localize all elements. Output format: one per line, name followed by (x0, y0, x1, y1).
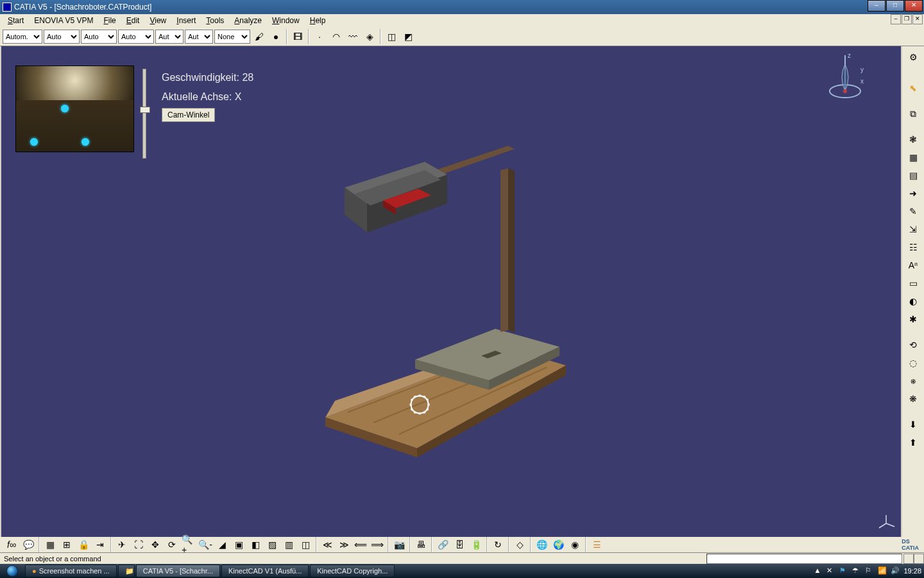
tool-icon-3[interactable]: ▦ (904, 149, 922, 166)
network-icon[interactable]: 📶 (878, 566, 887, 575)
multi-view-icon[interactable]: ▣ (231, 537, 246, 552)
link-icon[interactable]: 🔗 (435, 537, 450, 552)
tool-icon-14[interactable]: ◌ (904, 355, 922, 371)
combo-1[interactable]: Autom. (3, 30, 42, 44)
db-icon[interactable]: 🗄 (452, 537, 467, 552)
menu-start[interactable]: Start (3, 15, 29, 26)
fly-icon[interactable]: ✈ (114, 537, 130, 552)
cube-icon[interactable]: ◇ (512, 537, 527, 552)
list-icon[interactable]: ☰ (589, 537, 604, 552)
task-item[interactable]: KinectCAD Copyrigh... (310, 565, 395, 577)
arc-icon[interactable]: ◠ (329, 29, 344, 44)
menu-edit[interactable]: Edit (121, 15, 145, 26)
globe2-icon[interactable]: 🌍 (551, 537, 566, 552)
tool-icon-5[interactable]: ➜ (904, 185, 922, 202)
tool-icon-6[interactable]: ✎ (904, 203, 922, 220)
menu-insert[interactable]: Insert (171, 15, 201, 26)
view-compass[interactable]: z y x (827, 51, 866, 96)
axis-icon[interactable] (877, 514, 896, 533)
fit-icon[interactable]: ⛶ (131, 537, 146, 552)
tool-icon-8[interactable]: ☷ (904, 239, 922, 256)
mdi-minimize-button[interactable]: – (891, 14, 901, 24)
wire-icon[interactable]: ▥ (281, 537, 296, 552)
status-btn-2[interactable] (914, 554, 924, 564)
speech-icon[interactable]: 💬 (21, 537, 36, 552)
print-icon[interactable]: 🖶 (413, 537, 429, 552)
menu-window[interactable]: Window (267, 15, 305, 26)
tool-icon-15[interactable]: ⎈ (904, 372, 922, 389)
diamond-icon[interactable]: ◈ (362, 29, 377, 44)
cube2-icon[interactable]: ◩ (400, 29, 416, 44)
nav4-icon[interactable]: ⟹ (370, 537, 385, 552)
tool-icon-1[interactable]: ⧉ (904, 105, 922, 122)
cube1-icon[interactable]: ◫ (384, 29, 399, 44)
combo-7[interactable]: None (214, 30, 250, 44)
globe3-icon[interactable]: ◉ (567, 537, 583, 552)
shade-icon[interactable]: ▨ (264, 537, 280, 552)
combo-3[interactable]: Auto (81, 30, 117, 44)
menu-tools[interactable]: Tools (201, 15, 229, 26)
zoom-out-icon[interactable]: 🔍- (198, 537, 213, 552)
combo-4[interactable]: Auto (118, 30, 154, 44)
task-item-explorer[interactable]: 📁 (118, 565, 135, 577)
globe1-icon[interactable]: 🌐 (534, 537, 549, 552)
clock[interactable]: 19:28 (903, 567, 921, 575)
tray-icon[interactable]: ▲ (814, 566, 823, 575)
refresh-icon[interactable]: ↻ (490, 537, 506, 552)
task-item[interactable]: KinectCAD V1 (Ausfü... (221, 565, 309, 577)
grid-icon[interactable]: ▦ (42, 537, 58, 552)
battery-icon[interactable]: 🔋 (468, 537, 484, 552)
menu-analyze[interactable]: Analyze (229, 15, 267, 26)
tool-icon-10[interactable]: ▭ (904, 275, 922, 292)
menu-enovia[interactable]: ENOVIA V5 VPM (29, 15, 98, 26)
tree-icon[interactable]: ⊞ (59, 537, 74, 552)
nav3-icon[interactable]: ⟸ (353, 537, 368, 552)
hlr-icon[interactable]: ◫ (298, 537, 313, 552)
menu-view[interactable]: View (144, 15, 171, 26)
command-input[interactable] (706, 554, 902, 564)
viewport-3d[interactable]: Geschwindigkeit: 28 Aktuelle Achse: X Ca… (1, 46, 901, 538)
tray-icon[interactable]: ☂ (852, 566, 861, 575)
volume-icon[interactable]: 🔊 (891, 566, 900, 575)
align-icon[interactable]: ⇥ (92, 537, 108, 552)
tool-icon-12[interactable]: ✱ (904, 311, 922, 328)
window-minimize-button[interactable]: – (868, 0, 886, 12)
lock-icon[interactable]: 🔒 (76, 537, 91, 552)
tool-icon-17[interactable]: ⬇ (904, 416, 922, 433)
nav1-icon[interactable]: ≪ (320, 537, 335, 552)
start-button[interactable] (0, 564, 24, 578)
brush-icon[interactable]: 🖌 (252, 29, 267, 44)
tray-icon[interactable]: ✕ (826, 566, 835, 575)
combo-2[interactable]: Auto (44, 30, 80, 44)
tool-icon-16[interactable]: ❋ (904, 390, 922, 407)
pointer-icon[interactable]: ⬉ (904, 80, 922, 96)
pan-icon[interactable]: ✥ (148, 537, 163, 552)
tool-icon-7[interactable]: ⇲ (904, 221, 922, 238)
menu-file[interactable]: File (98, 15, 121, 26)
fx-icon[interactable]: f∞ (4, 537, 19, 552)
normal-view-icon[interactable]: ◢ (214, 537, 230, 552)
tool-icon-13[interactable]: ⟲ (904, 337, 922, 353)
sphere-icon[interactable]: ● (268, 29, 284, 44)
iso-icon[interactable]: ◧ (248, 537, 263, 552)
tool-icon-2[interactable]: ❃ (904, 131, 922, 148)
menu-help[interactable]: Help (305, 15, 331, 26)
status-btn-1[interactable] (903, 554, 914, 564)
tool-icon-18[interactable]: ⬆ (904, 434, 922, 451)
gear-icon[interactable]: ⚙ (904, 49, 922, 66)
tool-icon-11[interactable]: ◐ (904, 293, 922, 310)
combo-6[interactable]: Aut (185, 30, 213, 44)
combo-5[interactable]: Aut (155, 30, 184, 44)
task-item[interactable]: ●Screenshot machen ... (25, 565, 117, 577)
nav2-icon[interactable]: ≫ (336, 537, 352, 552)
task-item[interactable]: CATIA V5 - [Schachr... (136, 565, 220, 577)
mdi-close-button[interactable]: ✕ (912, 14, 923, 24)
tool-icon-9[interactable]: Aⁿ (904, 257, 922, 274)
mdi-restore-button[interactable]: ❐ (902, 14, 912, 24)
tool-icon-4[interactable]: ▤ (904, 167, 922, 184)
window-maximize-button[interactable]: □ (886, 0, 904, 12)
film-icon[interactable]: 🎞 (290, 29, 305, 44)
window-close-button[interactable]: ✕ (905, 0, 923, 12)
flag-icon[interactable]: ⚐ (865, 566, 874, 575)
bluetooth-icon[interactable]: ⚑ (839, 566, 848, 575)
